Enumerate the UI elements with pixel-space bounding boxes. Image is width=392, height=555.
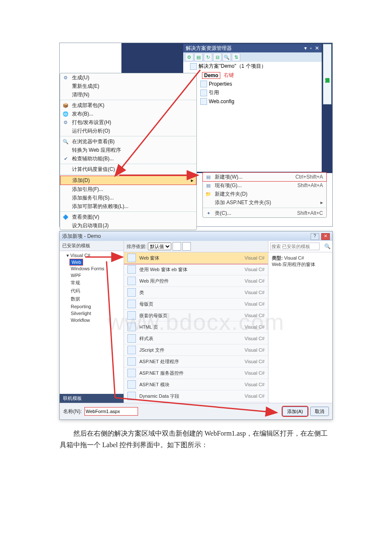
dropdown-icon[interactable]: ▾ bbox=[304, 45, 307, 51]
menu-item-icon bbox=[62, 127, 69, 134]
context-menu-item[interactable]: 重新生成(E) bbox=[60, 82, 196, 90]
template-item[interactable]: Dynamic Data 字段Visual C# bbox=[124, 390, 268, 402]
project-context-menu[interactable]: ⚙生成(U)重新生成(E)清理(N)📦生成部署包(K)🌐发布(B)...⚙打包/… bbox=[60, 73, 197, 230]
add-button[interactable]: 添加(A) bbox=[282, 407, 308, 416]
help-icon[interactable]: ? bbox=[311, 233, 319, 240]
search-row: 🔍 bbox=[268, 241, 332, 252]
template-item[interactable]: 嵌套的母版页Visual C# bbox=[124, 310, 268, 321]
template-item[interactable]: Web 窗体Visual C# bbox=[124, 252, 268, 264]
tree-item[interactable]: WPF bbox=[70, 272, 120, 279]
figure-top: 解决方案资源管理器 ▾ ▫ ✕ ⚙ ▤ ↻ ⊟ 🔍 ⇅ 解决方案"Demo"（1… bbox=[59, 43, 333, 227]
close-icon[interactable]: ✕ bbox=[321, 233, 330, 240]
template-item[interactable]: 类Visual C# bbox=[124, 287, 268, 298]
context-menu-item[interactable]: ⚙打包/发布设置(H) bbox=[60, 118, 196, 127]
solution-explorer-title: 解决方案资源管理器 bbox=[186, 45, 232, 52]
tree-item[interactable]: 代码 bbox=[70, 287, 120, 295]
template-item[interactable]: Web 用户控件Visual C# bbox=[124, 275, 268, 287]
project-line[interactable]: Demo 右键 bbox=[183, 71, 322, 80]
context-menu-item[interactable]: 转换为 Web 应用程序 bbox=[60, 146, 196, 154]
template-tree[interactable]: ▾ Visual C# WebWindows FormsWPF常规代码数据Rep… bbox=[60, 251, 124, 324]
refresh-icon[interactable]: ↻ bbox=[204, 53, 212, 61]
submenu-item[interactable]: ▤新建项(W)...Ctrl+Shift+A bbox=[203, 173, 326, 181]
view-small-icon[interactable] bbox=[173, 242, 181, 251]
template-icon bbox=[127, 392, 136, 400]
collapse-icon[interactable]: ⊟ bbox=[213, 53, 222, 61]
solution-line[interactable]: 解决方案"Demo"（1 个项目） bbox=[183, 62, 322, 71]
tree-node[interactable]: Properties bbox=[183, 80, 322, 88]
submenu-item[interactable]: 添加 ASP.NET 文件夹(S)▸ bbox=[203, 198, 326, 207]
template-icon bbox=[127, 380, 136, 389]
add-submenu[interactable]: ▤新建项(W)...Ctrl+Shift+A▤现有项(G)...Shift+Al… bbox=[202, 172, 327, 218]
template-list[interactable]: Web 窗体Visual C#使用 Web 窗体 eb 窗体Visual C#W… bbox=[124, 252, 268, 402]
search-icon[interactable]: 🔍 bbox=[324, 243, 331, 249]
context-menu-item[interactable]: ✔检查辅助功能(B)... bbox=[60, 154, 196, 163]
showall-icon[interactable]: ▤ bbox=[194, 53, 203, 61]
tree-root[interactable]: ▾ Visual C# bbox=[66, 252, 120, 259]
solution-explorer-titlebar: 解决方案资源管理器 ▾ ▫ ✕ bbox=[183, 44, 322, 52]
context-menu-item[interactable]: 计算代码度量值(C) bbox=[60, 165, 196, 173]
solution-explorer-tree[interactable]: 解决方案"Demo"（1 个项目） Demo 右键 Properties 引用 … bbox=[183, 62, 322, 172]
search-icon[interactable]: 🔍 bbox=[222, 53, 231, 61]
name-input[interactable] bbox=[84, 407, 138, 416]
context-menu-item[interactable]: 🔍在浏览器中查看(B) bbox=[60, 137, 196, 146]
template-item[interactable]: JScript 文件Visual C# bbox=[124, 344, 268, 356]
dialog-title: 添加新项 - Demo bbox=[62, 233, 101, 240]
template-item[interactable]: ASP.NET 处理程序Visual C# bbox=[124, 356, 268, 367]
submenu-item[interactable]: ✦类(C)...Shift+Alt+C bbox=[203, 209, 326, 217]
folder-icon bbox=[200, 81, 207, 87]
tree-item[interactable]: Reporting bbox=[70, 303, 120, 310]
context-menu-item[interactable]: 运行代码分析(O) bbox=[60, 127, 196, 135]
context-menu-item[interactable]: 🔷查看类图(V) bbox=[60, 213, 196, 221]
template-item[interactable]: ASP.NET 服务器控件Visual C# bbox=[124, 367, 268, 379]
tree-item[interactable]: Web bbox=[70, 259, 83, 265]
menu-item-icon: 🔍 bbox=[62, 138, 69, 145]
close-icon[interactable]: ✕ bbox=[315, 45, 319, 51]
menu-item-icon bbox=[62, 177, 70, 184]
search-input[interactable] bbox=[270, 243, 320, 250]
menu-item-icon: ⚙ bbox=[62, 119, 69, 126]
properties-icon[interactable]: ⚙ bbox=[185, 53, 193, 61]
cancel-button[interactable]: 取消 bbox=[310, 407, 329, 416]
tree-item[interactable]: 常规 bbox=[70, 279, 120, 287]
context-menu-item[interactable]: 添加服务引用(S)... bbox=[60, 194, 196, 202]
sort-select[interactable]: 默认值 bbox=[148, 243, 171, 250]
menu-item-icon: 📦 bbox=[62, 102, 69, 109]
view-large-icon[interactable] bbox=[182, 242, 191, 251]
template-item[interactable]: HTML 页Visual C# bbox=[124, 321, 268, 333]
context-menu-item[interactable]: ⚙生成(U) bbox=[60, 73, 196, 82]
template-item[interactable]: 样式表Visual C# bbox=[124, 333, 268, 344]
context-menu-item[interactable]: 添加引用(F)... bbox=[60, 185, 196, 194]
tree-node[interactable]: 引用 bbox=[183, 88, 322, 97]
template-item[interactable]: 母版页Visual C# bbox=[124, 298, 268, 310]
tree-item[interactable]: Silverlight bbox=[70, 310, 120, 317]
context-menu-item[interactable]: 清理(N) bbox=[60, 90, 196, 99]
tree-node[interactable]: Web.config bbox=[183, 97, 322, 106]
tree-item[interactable]: Windows Forms bbox=[70, 265, 120, 272]
template-info-column: 🔍 类型: Visual C# Web 应用程序的窗体 bbox=[268, 241, 332, 403]
menu-item-icon bbox=[62, 83, 69, 90]
context-menu-item[interactable]: 添加可部署的依赖项(L)... bbox=[60, 202, 196, 211]
references-icon bbox=[200, 90, 207, 96]
template-info: 类型: Visual C# Web 应用程序的窗体 bbox=[268, 252, 332, 270]
dialog-buttons: 添加(A) 取消 bbox=[282, 407, 329, 416]
tree-item[interactable]: Workflow bbox=[70, 317, 120, 324]
solution-explorer-vertical-tab[interactable]: 解决方案资源管理器 bbox=[323, 44, 331, 104]
template-icon bbox=[127, 254, 136, 262]
context-menu-item[interactable]: 🌐发布(B)... bbox=[60, 110, 196, 118]
menu-item-icon bbox=[205, 199, 212, 206]
template-item[interactable]: 使用 Web 窗体 eb 窗体Visual C# bbox=[124, 264, 268, 275]
context-menu-item[interactable]: 设为启动项目(J) bbox=[60, 221, 196, 230]
dialog-body: 已安装的模板 ▾ Visual C# WebWindows FormsWPF常规… bbox=[60, 241, 332, 403]
template-item[interactable]: ASP.NET 模块Visual C# bbox=[124, 379, 268, 390]
shortcut-label: Ctrl+Shift+A bbox=[295, 174, 323, 180]
tree-item[interactable]: 数据 bbox=[70, 295, 120, 303]
context-menu-item[interactable]: 添加(D)▸ bbox=[60, 176, 196, 185]
pin-icon[interactable]: ▫ bbox=[310, 45, 311, 51]
nav-icon[interactable]: ⇅ bbox=[232, 53, 240, 61]
submenu-item[interactable]: ▤现有项(G)...Shift+Alt+A bbox=[203, 181, 326, 190]
online-templates[interactable]: 联机模板 bbox=[60, 394, 124, 403]
context-menu-item[interactable]: 📦生成部署包(K) bbox=[60, 101, 196, 110]
sort-label: 排序依据: bbox=[127, 243, 147, 250]
menu-item-icon: 📁 bbox=[205, 191, 212, 197]
submenu-item[interactable]: 📁新建文件夹(D) bbox=[203, 190, 326, 198]
